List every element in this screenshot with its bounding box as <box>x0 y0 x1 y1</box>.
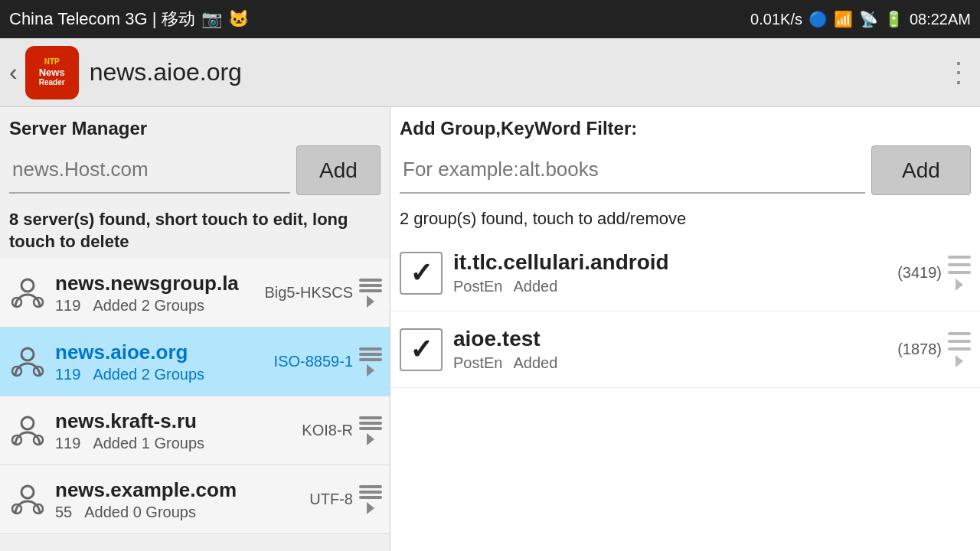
group-count-label: 2 group(s) found, touch to add/remove <box>390 203 980 235</box>
group-info: it.tlc.cellulari.android PostEn Added <box>453 250 897 295</box>
server-count-label: 8 server(s) found, short touch to edit, … <box>0 203 390 259</box>
server-count: 55 <box>55 504 72 521</box>
group-filter-title: Add Group,KeyWord Filter: <box>390 107 980 145</box>
group-status: Added <box>513 354 557 372</box>
group-input-row: Add <box>390 145 980 203</box>
server-info: news.aioe.org 119 Added 2 Groups <box>55 341 274 383</box>
wifi-icon: 📶 <box>834 10 853 28</box>
group-name: it.tlc.cellulari.android <box>453 250 897 275</box>
arrow-icon <box>367 433 374 445</box>
server-count: 119 <box>55 297 80 315</box>
server-groups: Added 0 Groups <box>84 504 196 521</box>
server-manager-title: Server Manager <box>0 107 390 145</box>
signal-icon: 📡 <box>859 10 878 28</box>
server-name: news.newsgroup.la <box>55 272 264 295</box>
group-checkbox[interactable] <box>400 252 443 295</box>
server-input[interactable] <box>9 148 290 194</box>
hamburger-icon <box>359 347 382 361</box>
server-info: news.newsgroup.la 119 Added 2 Groups <box>55 272 264 315</box>
server-avatar <box>8 411 47 451</box>
server-avatar <box>8 480 47 520</box>
server-action-icon <box>359 347 382 377</box>
server-list-item[interactable]: news.newsgroup.la 119 Added 2 Groups Big… <box>0 259 390 328</box>
group-count: (1878) <box>897 341 942 358</box>
server-encoding: UTF-8 <box>309 491 353 508</box>
svg-point-6 <box>21 417 34 429</box>
face-icon: 🐱 <box>228 9 249 29</box>
server-encoding: Big5-HKSCS <box>264 284 353 302</box>
svg-point-9 <box>21 486 34 498</box>
group-count: (3419) <box>897 264 942 282</box>
server-name: news.aioe.org <box>55 341 274 364</box>
group-arrow-icon <box>956 355 963 367</box>
main-content: Server Manager Add 8 server(s) found, sh… <box>0 107 980 551</box>
app-bar: ‹ NTP News Reader news.aioe.org ⋮ <box>0 38 980 107</box>
group-info: aioe.test PostEn Added <box>453 327 897 372</box>
server-groups: Added 2 Groups <box>93 297 204 315</box>
hamburger-icon <box>359 485 382 499</box>
server-list-item[interactable]: news.kraft-s.ru 119 Added 1 Groups KOI8-… <box>0 396 390 465</box>
battery-icon: 🔋 <box>884 10 903 28</box>
server-count: 119 <box>55 435 80 452</box>
server-name: news.kraft-s.ru <box>55 409 302 433</box>
group-encoding: PostEn <box>453 278 502 295</box>
app-icon-label: NTP News Reader <box>39 57 65 88</box>
group-arrow-icon <box>956 279 963 291</box>
carrier-text: China Telecom 3G | 移动 <box>9 8 195 31</box>
group-add-button[interactable]: Add <box>871 145 971 195</box>
overflow-menu-button[interactable]: ⋮ <box>945 57 971 89</box>
time-text: 08:22AM <box>910 11 971 28</box>
server-add-button[interactable]: Add <box>296 145 381 195</box>
speed-text: 0.01K/s <box>750 11 802 28</box>
svg-point-3 <box>21 348 34 360</box>
server-sub: 119 Added 2 Groups <box>55 297 264 315</box>
server-sub: 119 Added 2 Groups <box>55 366 274 383</box>
app-title: news.aioe.org <box>90 58 945 86</box>
server-sub: 55 Added 0 Groups <box>55 504 309 521</box>
bluetooth-icon: 🔵 <box>808 10 828 28</box>
server-groups: Added 2 Groups <box>93 366 204 383</box>
group-status: Added <box>513 278 557 295</box>
server-action-icon <box>359 485 382 514</box>
right-panel: Add Group,KeyWord Filter: Add 2 group(s)… <box>390 107 980 551</box>
server-sub: 119 Added 1 Groups <box>55 435 302 452</box>
group-input[interactable] <box>400 148 865 194</box>
group-checkbox[interactable] <box>400 328 443 371</box>
server-avatar <box>8 342 47 382</box>
server-count: 119 <box>55 366 80 383</box>
server-info: news.example.com 55 Added 0 Groups <box>55 478 309 521</box>
hamburger-icon <box>359 416 382 430</box>
group-list: it.tlc.cellulari.android PostEn Added (3… <box>390 235 980 551</box>
hamburger-icon <box>359 279 382 292</box>
group-action-icon <box>948 256 971 291</box>
camera-icon: 📷 <box>201 9 222 29</box>
group-name: aioe.test <box>453 327 897 351</box>
group-sub: PostEn Added <box>453 354 897 372</box>
server-groups: Added 1 Groups <box>93 435 204 452</box>
server-action-icon <box>359 416 382 445</box>
svg-point-0 <box>21 279 34 292</box>
server-action-icon <box>359 279 382 308</box>
status-left: China Telecom 3G | 移动 📷 🐱 <box>9 8 249 31</box>
group-action-icon <box>948 332 971 367</box>
app-icon: NTP News Reader <box>25 46 79 99</box>
server-encoding: ISO-8859-1 <box>274 353 353 370</box>
status-right: 0.01K/s 🔵 📶 📡 🔋 08:22AM <box>750 10 971 28</box>
server-input-row: Add <box>0 145 390 203</box>
back-button[interactable]: ‹ <box>9 58 18 86</box>
group-hamburger-icon <box>948 256 971 274</box>
server-list-item[interactable]: news.example.com 55 Added 0 Groups UTF-8 <box>0 465 390 534</box>
group-encoding: PostEn <box>453 354 502 372</box>
group-hamburger-icon <box>948 332 971 350</box>
left-panel: Server Manager Add 8 server(s) found, sh… <box>0 107 390 551</box>
arrow-icon <box>367 364 374 377</box>
group-list-item[interactable]: it.tlc.cellulari.android PostEn Added (3… <box>390 235 980 311</box>
server-encoding: KOI8-R <box>302 422 353 439</box>
server-avatar <box>8 273 47 313</box>
arrow-icon <box>367 502 374 514</box>
status-bar: China Telecom 3G | 移动 📷 🐱 0.01K/s 🔵 📶 📡 … <box>0 0 980 38</box>
server-list-item[interactable]: news.aioe.org 119 Added 2 Groups ISO-885… <box>0 328 390 396</box>
group-list-item[interactable]: aioe.test PostEn Added (1878) <box>390 311 980 388</box>
server-name: news.example.com <box>55 478 309 502</box>
server-list: news.newsgroup.la 119 Added 2 Groups Big… <box>0 259 390 551</box>
